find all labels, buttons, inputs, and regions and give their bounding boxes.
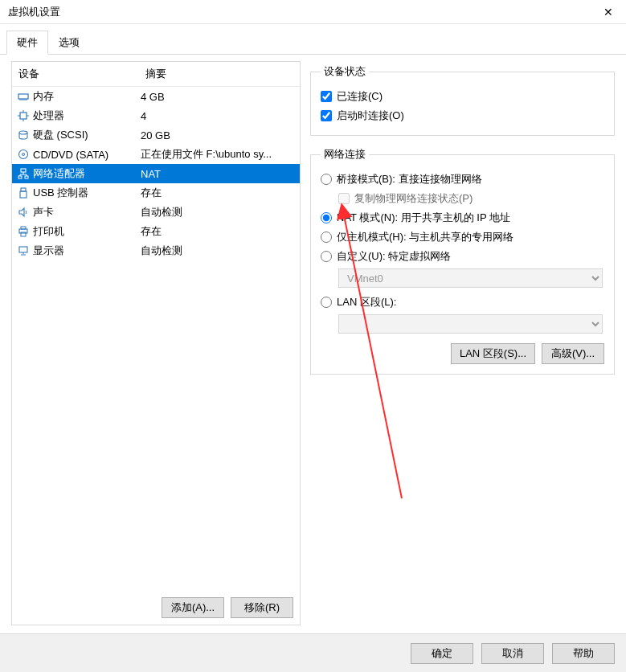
device-panel: 设备 摘要 内存 4 GB 处理器 4 硬盘 (SCSI) 20 GB CD/D… (11, 61, 301, 625)
window-title: 虚拟机设置 (8, 5, 60, 19)
svg-point-13 (23, 154, 25, 156)
connect-at-power-label: 启动时连接(O) (337, 109, 404, 123)
device-status-legend: 设备状态 (321, 64, 369, 79)
device-list: 设备 摘要 内存 4 GB 处理器 4 硬盘 (SCSI) 20 GB CD/D… (12, 62, 300, 591)
display-icon (17, 244, 30, 257)
connect-at-power-checkbox[interactable] (321, 110, 332, 121)
row-summary: 自动检测 (141, 205, 295, 219)
bridged-row[interactable]: 桥接模式(B): 直接连接物理网络 (321, 170, 604, 189)
cd-icon (17, 148, 30, 161)
custom-label: 自定义(U): 特定虚拟网络 (337, 249, 451, 264)
connected-row[interactable]: 已连接(C) (321, 87, 604, 106)
close-icon: ✕ (603, 6, 613, 18)
row-printer[interactable]: 打印机 存在 (12, 222, 300, 241)
left-buttons: 添加(A)... 移除(R) (12, 591, 300, 625)
nat-label: NAT 模式(N): 用于共享主机的 IP 地址 (337, 211, 510, 225)
row-label: 硬盘 (SCSI) (33, 128, 88, 142)
row-summary: 20 GB (141, 129, 295, 141)
content: 设备 摘要 内存 4 GB 处理器 4 硬盘 (SCSI) 20 GB CD/D… (0, 55, 626, 625)
sound-icon (17, 206, 30, 219)
remove-button[interactable]: 移除(R) (231, 597, 293, 618)
tab-bar: 硬件 选项 (0, 24, 626, 55)
dialog-footer: 确定 取消 帮助 (0, 633, 626, 672)
row-sound[interactable]: 声卡 自动检测 (12, 203, 300, 222)
network-legend: 网络连接 (321, 147, 369, 162)
printer-icon (17, 225, 30, 238)
svg-rect-6 (20, 113, 27, 119)
memory-icon (17, 90, 30, 103)
list-header: 设备 摘要 (12, 62, 300, 87)
header-summary: 摘要 (145, 67, 293, 81)
vmnet-select: VMnet0 (338, 268, 603, 288)
bridged-radio[interactable] (321, 174, 332, 185)
ok-button[interactable]: 确定 (411, 643, 473, 664)
device-status-group: 设备状态 已连接(C) 启动时连接(O) (310, 64, 615, 136)
settings-panel: 设备状态 已连接(C) 启动时连接(O) 网络连接 桥接模式(B): 直接连接物… (310, 61, 615, 625)
tab-hardware[interactable]: 硬件 (6, 31, 48, 55)
row-cpu[interactable]: 处理器 4 (12, 106, 300, 125)
svg-rect-0 (18, 94, 28, 99)
connect-at-power-row[interactable]: 启动时连接(O) (321, 106, 604, 125)
usb-icon (17, 186, 30, 199)
svg-rect-21 (21, 188, 26, 191)
row-summary: 4 GB (141, 91, 295, 103)
row-summary: 存在 (141, 186, 295, 200)
row-label: USB 控制器 (33, 186, 88, 200)
replicate-checkbox (338, 193, 350, 204)
lan-segment-radio-label: LAN 区段(L): (337, 295, 396, 309)
row-label: 网络适配器 (33, 166, 85, 181)
svg-point-12 (19, 150, 28, 159)
svg-rect-26 (19, 247, 27, 252)
network-connection-group: 网络连接 桥接模式(B): 直接连接物理网络 复制物理网络连接状态(P) NAT… (310, 147, 615, 375)
row-summary: 自动检测 (141, 244, 295, 258)
lan-segments-button[interactable]: LAN 区段(S)... (451, 343, 535, 364)
lan-segment-radio[interactable] (321, 297, 332, 308)
row-summary: 存在 (141, 224, 295, 239)
cancel-button[interactable]: 取消 (481, 643, 544, 664)
svg-rect-14 (21, 169, 26, 172)
bridged-label: 桥接模式(B): 直接连接物理网络 (337, 172, 482, 186)
row-label: 内存 (33, 89, 54, 104)
connected-checkbox[interactable] (321, 91, 332, 102)
add-button[interactable]: 添加(A)... (162, 597, 224, 618)
nat-radio[interactable] (321, 212, 332, 223)
row-label: CD/DVD (SATA) (33, 149, 108, 161)
svg-rect-22 (20, 191, 27, 198)
row-network[interactable]: 网络适配器 NAT (12, 164, 300, 183)
row-summary: NAT (141, 168, 295, 180)
row-memory[interactable]: 内存 4 GB (12, 87, 300, 106)
tab-options[interactable]: 选项 (48, 31, 90, 55)
help-button[interactable]: 帮助 (552, 643, 615, 664)
row-summary: 正在使用文件 F:\ubunto sy... (141, 147, 295, 162)
header-device: 设备 (18, 67, 145, 81)
custom-row[interactable]: 自定义(U): 特定虚拟网络 (321, 247, 604, 266)
replicate-row: 复制物理网络连接状态(P) (321, 189, 604, 208)
advanced-button[interactable]: 高级(V)... (542, 343, 604, 364)
lan-segment-row[interactable]: LAN 区段(L): (321, 293, 604, 312)
row-display[interactable]: 显示器 自动检测 (12, 241, 300, 260)
hostonly-label: 仅主机模式(H): 与主机共享的专用网络 (337, 230, 513, 244)
row-summary: 4 (141, 110, 295, 122)
close-button[interactable]: ✕ (590, 0, 626, 24)
hostonly-radio[interactable] (321, 232, 332, 243)
cpu-icon (17, 109, 30, 122)
svg-rect-19 (18, 176, 22, 178)
nat-row[interactable]: NAT 模式(N): 用于共享主机的 IP 地址 (321, 208, 604, 227)
row-label: 处理器 (33, 109, 64, 123)
lan-segment-select (338, 314, 603, 334)
svg-rect-20 (25, 176, 28, 178)
custom-radio[interactable] (321, 251, 332, 262)
row-label: 打印机 (33, 224, 64, 239)
row-label: 显示器 (33, 244, 64, 258)
row-cddvd[interactable]: CD/DVD (SATA) 正在使用文件 F:\ubunto sy... (12, 145, 300, 164)
row-label: 声卡 (33, 205, 54, 219)
svg-point-11 (19, 131, 27, 134)
row-disk[interactable]: 硬盘 (SCSI) 20 GB (12, 125, 300, 145)
network-buttons: LAN 区段(S)... 高级(V)... (321, 338, 604, 364)
hostonly-row[interactable]: 仅主机模式(H): 与主机共享的专用网络 (321, 227, 604, 247)
connected-label: 已连接(C) (337, 89, 383, 104)
row-usb[interactable]: USB 控制器 存在 (12, 183, 300, 203)
disk-icon (17, 129, 30, 141)
network-icon (17, 167, 30, 180)
titlebar: 虚拟机设置 ✕ (0, 0, 626, 24)
